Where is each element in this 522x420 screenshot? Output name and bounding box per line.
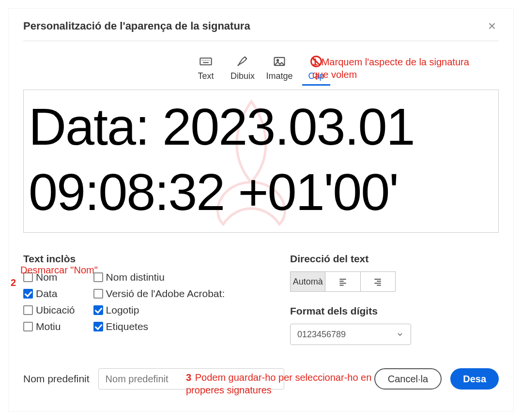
close-icon[interactable]: × xyxy=(485,18,499,34)
tab-draw-label: Dibuix xyxy=(230,71,255,81)
image-icon xyxy=(273,55,286,68)
checkbox-icon xyxy=(93,305,103,315)
cancel-button-label: Cancel·la xyxy=(388,374,428,385)
save-button[interactable]: Desa xyxy=(450,368,499,390)
check-logo-label: Logotip xyxy=(106,304,139,316)
checkbox-icon xyxy=(23,272,33,282)
digit-format-select[interactable]: 0123456789 xyxy=(290,324,411,345)
text-direction-section: Direcció del text Automà Format dels díg… xyxy=(290,253,499,345)
keyboard-icon xyxy=(199,55,213,68)
align-left-icon xyxy=(338,277,348,286)
signature-preview: Data: 2023.03.01 09:08:32 +01'00' xyxy=(23,90,499,233)
text-dir-auto-label: Automà xyxy=(293,277,323,287)
check-name-label: Nom xyxy=(36,271,57,283)
preset-name-input[interactable] xyxy=(98,368,284,390)
check-date-label: Data xyxy=(36,288,57,300)
preset-name-label: Nom predefinit xyxy=(23,373,90,385)
tab-image-label: Imatge xyxy=(266,71,292,81)
digit-format-heading: Format dels dígits xyxy=(290,305,499,317)
options-row: Text inclòs Nom Data Ubicació xyxy=(23,253,499,345)
text-direction-toggle: Automà xyxy=(290,271,396,292)
none-icon xyxy=(309,55,323,68)
text-direction-heading: Direcció del text xyxy=(290,253,499,265)
tab-draw[interactable]: Dibuix xyxy=(229,55,257,86)
text-dir-ltr-button[interactable] xyxy=(325,272,360,291)
included-text-heading: Text inclòs xyxy=(23,253,232,265)
tab-none[interactable]: Cap xyxy=(302,55,330,86)
svg-point-8 xyxy=(277,60,279,61)
check-location[interactable]: Ubicació xyxy=(23,304,75,316)
checkbox-icon xyxy=(23,289,33,299)
text-dir-rtl-button[interactable] xyxy=(361,272,395,291)
check-name[interactable]: Nom xyxy=(23,271,75,283)
appearance-tabs: Text Dibuix Imatge Cap xyxy=(23,55,499,86)
check-labels-label: Etiquetes xyxy=(106,321,149,332)
dialog-footer: Nom predefinit Cancel·la Desa xyxy=(23,368,499,390)
svg-rect-0 xyxy=(200,58,211,65)
preview-line2: 09:08:32 +01'00' xyxy=(29,159,493,225)
digit-format-value: 0123456789 xyxy=(297,330,346,340)
check-reason[interactable]: Motiu xyxy=(23,321,75,332)
align-right-icon xyxy=(373,277,383,286)
tab-text[interactable]: Text xyxy=(192,55,220,86)
check-location-label: Ubicació xyxy=(36,304,75,316)
chevron-down-icon xyxy=(396,330,404,338)
signature-appearance-dialog: Personalització de l'aparença de la sign… xyxy=(9,9,513,411)
check-reason-label: Motiu xyxy=(36,321,61,332)
dialog-title: Personalització de l'aparença de la sign… xyxy=(23,20,250,32)
cancel-button[interactable]: Cancel·la xyxy=(374,368,442,390)
checkbox-icon xyxy=(93,322,103,331)
check-logo[interactable]: Logotip xyxy=(93,304,225,316)
title-bar: Personalització de l'aparença de la sign… xyxy=(23,18,499,41)
checkbox-icon xyxy=(23,305,33,315)
checkbox-icon xyxy=(93,289,103,299)
tab-image[interactable]: Imatge xyxy=(265,55,293,86)
check-dn[interactable]: Nom distintiu xyxy=(93,271,225,283)
included-text-section: Text inclòs Nom Data Ubicació xyxy=(23,253,232,345)
svg-line-10 xyxy=(313,58,320,65)
check-version[interactable]: Versió de l'Adobe Acrobat: xyxy=(93,288,225,300)
pen-icon xyxy=(236,55,249,68)
check-dn-label: Nom distintiu xyxy=(106,271,165,283)
check-date[interactable]: Data xyxy=(23,288,75,300)
save-button-label: Desa xyxy=(463,374,486,385)
check-labels[interactable]: Etiquetes xyxy=(93,321,225,332)
check-version-label: Versió de l'Adobe Acrobat: xyxy=(106,288,225,300)
tab-none-label: Cap xyxy=(308,71,324,81)
text-dir-auto-button[interactable]: Automà xyxy=(291,272,325,291)
checkbox-icon xyxy=(93,272,103,282)
preview-line1: Data: 2023.03.01 xyxy=(29,94,493,159)
tab-text-label: Text xyxy=(198,71,214,81)
checkbox-icon xyxy=(23,322,33,331)
